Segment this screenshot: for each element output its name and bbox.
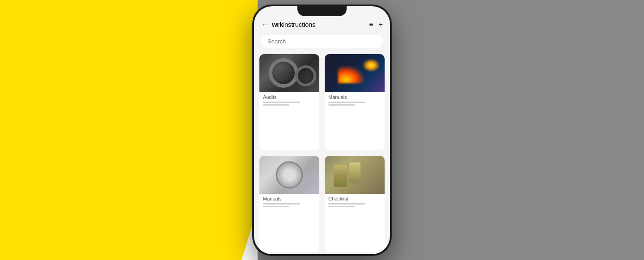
grid-label-manuals-2: Manuals (259, 194, 319, 202)
grid-item-audits[interactable]: Audits (259, 54, 319, 151)
back-button[interactable]: ← (261, 21, 268, 29)
text-line-7 (328, 203, 365, 205)
grid-item-checklist[interactable]: Checklist (325, 156, 385, 252)
text-line-5 (263, 203, 300, 205)
grid-image-cnc (325, 156, 385, 194)
title-normal-part: instructions (283, 21, 315, 28)
grid-image-precision (259, 156, 319, 194)
phone-mockup: ← wrkinstructions ≡ + (253, 5, 391, 256)
grid-label-checklist: Checklist (325, 194, 385, 202)
app-content: ← wrkinstructions ≡ + (254, 6, 390, 254)
grid-item-manuals-1[interactable]: Manuals (325, 54, 385, 151)
grid-label-manuals-1: Manuals (325, 92, 385, 101)
grid-image-welding (325, 54, 385, 92)
grid-item-manuals-2[interactable]: Manuals (259, 156, 319, 252)
grid-container: Audits Manuals (254, 52, 390, 254)
text-line-8 (328, 206, 355, 207)
text-line-1 (263, 102, 300, 103)
text-line-3 (328, 102, 365, 103)
header-left: ← wrkinstructions (261, 21, 315, 29)
grid-image-gears (259, 54, 319, 92)
phone-notch (297, 6, 347, 16)
phone-frame: ← wrkinstructions ≡ + (253, 5, 391, 256)
grid-lines-manuals-2 (259, 202, 319, 210)
app-header: ← wrkinstructions ≡ + (254, 16, 390, 32)
text-line-2 (263, 104, 289, 106)
app-title: wrkinstructions (272, 21, 315, 28)
search-container (254, 32, 390, 52)
add-icon[interactable]: + (379, 21, 383, 29)
grid-lines-audits (259, 101, 319, 108)
grid-label-audits: Audits (259, 92, 319, 101)
header-icons: ≡ + (369, 21, 383, 29)
grid-lines-checklist (325, 202, 385, 210)
filter-icon[interactable]: ≡ (369, 21, 373, 29)
phone-screen: ← wrkinstructions ≡ + (254, 6, 390, 254)
grid-lines-manuals-1 (325, 101, 385, 108)
title-bold-part: wrk (272, 21, 283, 28)
search-input[interactable] (261, 35, 383, 48)
text-line-6 (263, 206, 289, 207)
text-line-4 (328, 104, 355, 106)
